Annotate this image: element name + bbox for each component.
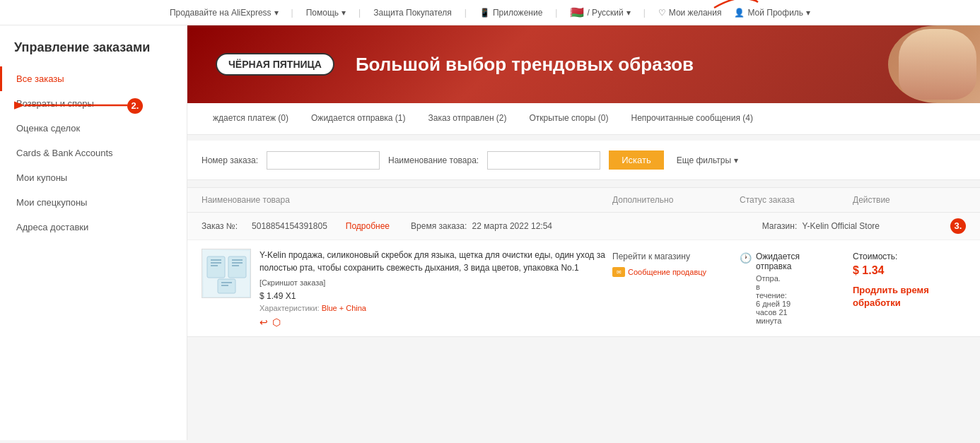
sidebar-cards-label: Cards & Bank Accounts	[16, 148, 113, 158]
sidebar-item-coupons[interactable]: Мои купоны	[0, 165, 187, 190]
product-chars-value: Blue + China	[322, 304, 366, 312]
sidebar-all-orders-label: Все заказы	[16, 73, 64, 84]
svg-rect-6	[211, 265, 218, 266]
message-seller-button[interactable]: ✉ Сообщение продавцу	[612, 267, 740, 277]
svg-rect-4	[211, 259, 221, 261]
sidebar-item-all-orders[interactable]: Все заказы	[0, 66, 187, 91]
nav-wishlist[interactable]: ♡ Мои желания	[658, 8, 722, 18]
banner-figure	[874, 25, 980, 103]
order-number-label: Номер заказа:	[202, 155, 258, 165]
orders-section: Наименование товара Дополнительно Статус…	[187, 187, 980, 337]
order-date-prefix: Время заказа: 22 марта 2022 12:54	[411, 221, 552, 231]
order-action: Стоимость: $ 1.34 Продлить время обработ…	[853, 249, 966, 309]
order-detail-link[interactable]: Подробнее	[346, 221, 390, 231]
nav-sep-1: |	[291, 8, 293, 18]
banner-text: Большой выбор трендовых образов	[356, 54, 952, 76]
sidebar-returns-label: Возвраты и споры	[16, 98, 94, 109]
tab-unread-messages[interactable]: Непрочитанные сообщения (4)	[620, 103, 764, 134]
sidebar-deals-label: Оценка сделок	[16, 123, 80, 134]
tab-awaiting-shipment[interactable]: Ожидается отправка (1)	[300, 103, 417, 134]
nav-sep-4: |	[555, 8, 557, 18]
order-date-value: 22 марта 2022 12:54	[472, 221, 552, 231]
sidebar-item-cards[interactable]: Cards & Bank Accounts	[0, 141, 187, 165]
search-button[interactable]: Искать	[609, 150, 664, 170]
status-line: 🕐 Ожидаетсяотправка Отпра.втечение:6 дне…	[740, 252, 853, 325]
extend-processing-button[interactable]: Продлить время обработки	[853, 284, 966, 309]
col-header-extra: Дополнительно	[612, 195, 740, 205]
nav-protection[interactable]: Защита Покупателя	[373, 8, 452, 18]
sidebar-item-deals[interactable]: Оценка сделок	[0, 116, 187, 141]
store-prefix: Магазин:	[762, 221, 798, 231]
status-timer: Отпра.втечение:6 дней 19часов 21минута	[756, 274, 800, 325]
sidebar-special-coupons-label: Мои спецкупоны	[16, 197, 87, 208]
nav-app[interactable]: 📱 Приложение	[479, 8, 542, 18]
product-chars-label: Характеристики:	[259, 304, 320, 312]
product-name-input[interactable]	[487, 151, 600, 170]
svg-rect-8	[232, 259, 243, 261]
sidebar-item-special-coupons[interactable]: Мои спецкупоны	[0, 190, 187, 215]
nav-app-label: Приложение	[493, 8, 542, 18]
nav-help-label: Помощь	[306, 8, 339, 18]
go-to-store-link[interactable]: Перейти к магазину	[612, 252, 740, 261]
tab-order-shipped[interactable]: Заказ отправлен (2)	[417, 103, 518, 134]
product-price: $ 1.49 X1	[259, 291, 612, 301]
product-screenshot: [Скриншот заказа]	[259, 278, 612, 287]
order-row: Заказ №: 5018854154391805 Подробнее Врем…	[187, 213, 980, 337]
product-name-label: Наименование товара:	[388, 155, 479, 165]
banner: ЧЁРНАЯ ПЯТНИЦА Большой выбор трендовых о…	[187, 25, 980, 103]
order-tabs: ждается платеж (0) Ожидается отправка (1…	[187, 103, 980, 135]
orders-header: Наименование товара Дополнительно Статус…	[187, 187, 980, 213]
profile-icon: 👤	[734, 8, 745, 18]
sidebar-item-addresses[interactable]: Адреса доставки	[0, 215, 187, 240]
nav-help-arrow: ▾	[342, 8, 346, 18]
sidebar-title: Управление заказами	[0, 40, 187, 66]
phone-icon: 📱	[479, 8, 490, 18]
tab-awaiting-payment[interactable]: ждается платеж (0)	[202, 103, 300, 134]
status-main: Ожидаетсяотправка	[756, 252, 800, 271]
clock-icon: 🕐	[740, 252, 752, 264]
col-header-product: Наименование товара	[202, 195, 612, 205]
col-header-action: Действие	[853, 195, 966, 205]
nav-sell-arrow: ▾	[274, 8, 279, 18]
svg-rect-9	[232, 262, 243, 264]
svg-rect-12	[221, 282, 232, 283]
message-icon: ✉	[612, 267, 625, 277]
order-number-input[interactable]	[267, 151, 380, 170]
language-arrow: ▾	[626, 8, 631, 18]
nav-help[interactable]: Помощь ▾	[306, 8, 346, 18]
flag-icon: 🇧🇾	[570, 6, 584, 19]
svg-rect-10	[232, 265, 239, 266]
nav-language[interactable]: 🇧🇾 / Русский ▾	[570, 6, 630, 19]
profile-arrow: ▾	[806, 8, 810, 18]
order-extra: Перейти к магазину ✉ Сообщение продавцу	[612, 249, 740, 277]
order-number-prefix: Заказ №:	[202, 221, 238, 231]
order-row-body: Y-Kelin продажа, силиконовый скребок для…	[187, 240, 980, 336]
svg-rect-5	[211, 262, 221, 264]
nav-protection-label: Защита Покупателя	[373, 8, 452, 18]
top-navigation: Продавайте на AliExpress ▾ | Помощь ▾ | …	[0, 0, 980, 25]
share-icon[interactable]: ⬡	[272, 317, 281, 328]
order-store-info: Магазин: Y-Kelin Official Store	[762, 221, 880, 231]
order-status: 🕐 Ожидаетсяотправка Отпра.втечение:6 дне…	[740, 249, 853, 328]
tab-order-shipped-label: Заказ отправлен (2)	[428, 113, 507, 123]
tab-open-disputes-label: Открытые споры (0)	[530, 113, 609, 123]
banner-badge: ЧЁРНАЯ ПЯТНИЦА	[216, 53, 334, 76]
cost-label: Стоимость:	[853, 252, 966, 261]
nav-profile-label: Мой Профиль	[747, 8, 803, 18]
sidebar-item-returns[interactable]: Возвраты и споры	[0, 91, 187, 116]
heart-icon: ♡	[658, 8, 666, 18]
order-number-value: 5018854154391805	[252, 221, 327, 231]
status-detail: Ожидаетсяотправка Отпра.втечение:6 дней …	[756, 252, 800, 325]
tab-open-disputes[interactable]: Открытые споры (0)	[518, 103, 620, 134]
product-thumbnail	[202, 249, 251, 298]
nav-sell[interactable]: Продавайте на AliExpress ▾	[170, 8, 279, 18]
filter-bar: Номер заказа: Наименование товара: Искат…	[187, 141, 980, 180]
more-filters-label: Еще фильтры	[677, 155, 731, 165]
undo-icon[interactable]: ↩	[259, 317, 268, 328]
nav-language-label: / Русский	[587, 8, 623, 18]
annotation-3: 3.	[950, 218, 966, 234]
nav-sep-5: |	[643, 8, 646, 18]
tab-awaiting-payment-label: ждается платеж (0)	[213, 113, 288, 123]
nav-profile[interactable]: 👤 Мой Профиль ▾ 1.	[734, 8, 810, 18]
more-filters-button[interactable]: Еще фильтры ▾	[677, 155, 738, 165]
